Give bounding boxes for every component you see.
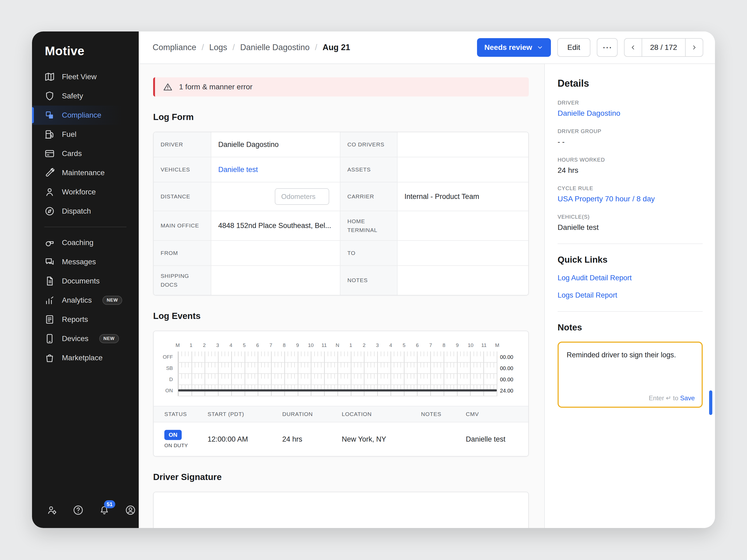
log-events-card: M1234567891011N1234567891011M OFF 00.00 … — [153, 331, 529, 456]
logs-detail-report-link[interactable]: Logs Detail Report — [558, 291, 703, 299]
chevron-down-icon — [537, 44, 543, 51]
admin-user-icon[interactable] — [46, 505, 58, 516]
field-label: VEHICLES — [154, 157, 211, 182]
sidebar-item-label: Dispatch — [62, 207, 91, 215]
device-icon — [44, 334, 55, 344]
sidebar-item-reports[interactable]: Reports — [32, 310, 139, 329]
sidebar-item-workforce[interactable]: Workforce — [32, 182, 139, 202]
sidebar-item-analytics[interactable]: Analytics NEW — [32, 291, 139, 310]
field-label: TO — [340, 241, 397, 265]
sidebar-item-label: Devices — [62, 335, 88, 343]
log-event-row[interactable]: ON ON DUTY 12:00:00 AM 24 hrs New York, … — [154, 422, 528, 456]
odometers-input[interactable] — [275, 188, 329, 205]
breadcrumb-logs[interactable]: Logs — [209, 43, 227, 52]
sidebar-item-label: Workforce — [62, 188, 96, 196]
sidebar-item-fuel[interactable]: Fuel — [32, 125, 139, 144]
more-options-icon: ⋯ — [602, 43, 612, 52]
detail-field-vehicles: VEHICLE(S) Danielle test — [558, 214, 703, 232]
needs-review-dropdown-button[interactable]: Needs review — [477, 38, 551, 57]
field-label: CARRIER — [340, 182, 397, 211]
sidebar: Motive Fleet View Safety Compliance Fuel… — [32, 31, 139, 528]
cmv-cell: Danielle test — [466, 435, 518, 444]
sidebar-item-label: Maintenance — [62, 168, 105, 177]
driver-link[interactable]: Danielle Dagostino — [558, 109, 703, 117]
content-row: 1 form & manner error Log Form DRIVER Da… — [139, 64, 715, 528]
to-value — [397, 241, 528, 265]
edit-button[interactable]: Edit — [557, 38, 590, 57]
details-divider — [558, 243, 703, 244]
pagination-label: 28 / 172 — [642, 39, 686, 56]
notes-value — [397, 266, 528, 295]
chevron-right-icon — [691, 44, 698, 51]
sidebar-item-safety[interactable]: Safety — [32, 86, 139, 106]
driver-signature-title: Driver Signature — [153, 472, 529, 482]
more-options-button[interactable]: ⋯ — [597, 38, 618, 57]
log-form-title: Log Form — [153, 112, 529, 122]
shipping-docs-value — [211, 266, 340, 295]
account-icon[interactable] — [125, 505, 136, 516]
status-cell: ON ON DUTY — [164, 430, 208, 449]
field-label: ASSETS — [340, 157, 397, 182]
sidebar-item-label: Documents — [62, 277, 100, 285]
log-audit-detail-report-link[interactable]: Log Audit Detail Report — [558, 274, 703, 282]
sidebar-item-label: Coaching — [62, 238, 93, 247]
new-badge: NEW — [102, 296, 122, 305]
sidebar-item-documents[interactable]: Documents — [32, 271, 139, 291]
breadcrumb-compliance[interactable]: Compliance — [153, 43, 196, 52]
person-icon — [44, 187, 55, 197]
status-label: ON DUTY — [164, 443, 208, 449]
sidebar-item-label: Marketplace — [62, 354, 103, 362]
next-log-button[interactable] — [686, 39, 703, 56]
breadcrumb-driver[interactable]: Danielle Dagostino — [240, 43, 309, 52]
hos-row-off: OFF 00.00 — [154, 351, 528, 363]
sidebar-item-coaching[interactable]: Coaching — [32, 233, 139, 252]
sidebar-item-cards[interactable]: Cards — [32, 144, 139, 163]
log-pagination: 28 / 172 — [624, 38, 703, 57]
driver-value: Danielle Dagostino — [211, 132, 340, 157]
help-icon[interactable] — [73, 505, 84, 516]
new-badge: NEW — [99, 334, 119, 343]
main-area: Compliance / Logs / Danielle Dagostino /… — [139, 31, 715, 528]
sidebar-item-marketplace[interactable]: Marketplace — [32, 348, 139, 368]
log-form-row: FROM TO — [154, 241, 528, 266]
notes-text: Reminded driver to sign their logs. — [567, 350, 694, 360]
notes-textarea[interactable]: Reminded driver to sign their logs. Ente… — [558, 342, 703, 408]
field-label: NOTES — [340, 266, 397, 295]
detail-field-hours-worked: HOURS WORKED 24 hrs — [558, 157, 703, 175]
alert-message: 1 form & manner error — [179, 83, 252, 91]
breadcrumb-current-date: Aug 21 — [323, 43, 350, 52]
map-icon — [44, 72, 55, 82]
log-form-table: DRIVER Danielle Dagostino CO DRIVERS VEH… — [153, 132, 529, 295]
sidebar-item-devices[interactable]: Devices NEW — [32, 329, 139, 348]
sidebar-item-dispatch[interactable]: Dispatch — [32, 202, 139, 221]
hos-duty-chart: M1234567891011N1234567891011M OFF 00.00 … — [154, 331, 528, 406]
co-drivers-value — [397, 132, 528, 157]
sidebar-item-label: Compliance — [62, 111, 101, 119]
bar-chart-icon — [44, 295, 55, 305]
fuel-pump-icon — [44, 129, 55, 140]
log-form-row: SHIPPING DOCS NOTES — [154, 266, 528, 295]
cycle-rule-link[interactable]: USA Property 70 hour / 8 day — [558, 195, 703, 203]
sidebar-item-fleet-view[interactable]: Fleet View — [32, 67, 139, 86]
wrench-icon — [44, 167, 55, 178]
sidebar-footer: 51 — [32, 505, 139, 528]
breadcrumb: Compliance / Logs / Danielle Dagostino /… — [153, 43, 350, 52]
field-label: CO DRIVERS — [340, 132, 397, 157]
sidebar-item-messages[interactable]: Messages — [32, 252, 139, 271]
hos-hour-labels: M1234567891011N1234567891011M — [178, 342, 497, 351]
previous-log-button[interactable] — [624, 39, 642, 56]
duration-cell: 24 hrs — [282, 435, 342, 444]
field-label: MAIN OFFICE — [154, 211, 211, 240]
save-link[interactable]: Save — [680, 394, 695, 402]
sidebar-item-compliance[interactable]: Compliance — [32, 106, 139, 125]
hos-grid-d — [178, 374, 497, 385]
header-actions: Needs review Edit ⋯ 28 / 172 — [477, 38, 703, 57]
field-label: HOME TERMINAL — [340, 211, 397, 240]
compliance-icon — [44, 110, 55, 121]
notifications-bell-icon[interactable]: 51 — [99, 505, 110, 516]
compass-icon — [44, 206, 55, 216]
main-office-value: 4848 152nd Place Southeast, Bel... — [211, 211, 340, 240]
vehicles-link[interactable]: Danielle test — [218, 166, 258, 174]
sidebar-item-maintenance[interactable]: Maintenance — [32, 163, 139, 182]
vertical-scrollbar-thumb[interactable] — [709, 391, 712, 415]
